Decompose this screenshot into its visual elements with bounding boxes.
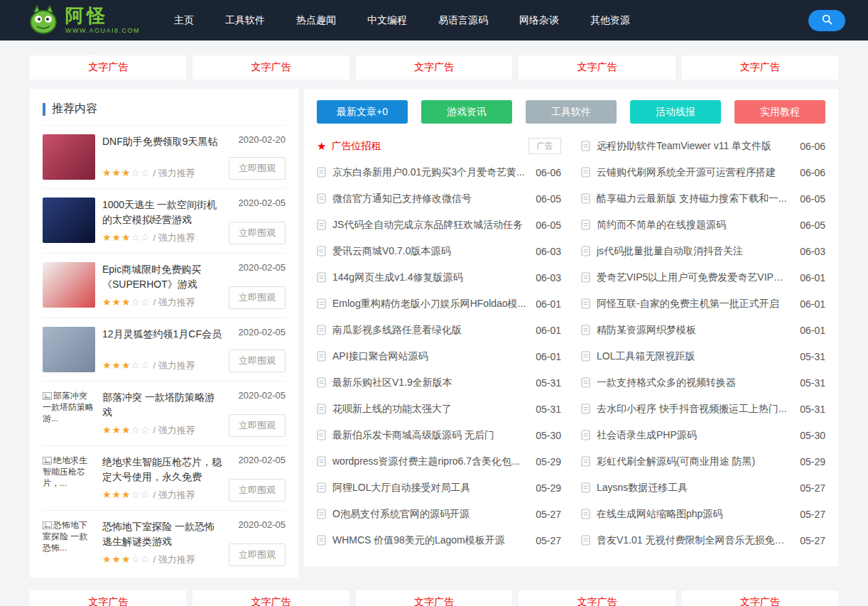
nav-item-home[interactable]: 主页 xyxy=(158,0,210,40)
recommended-item-title[interactable]: 部落冲突 一款塔防策略游戏 xyxy=(102,390,223,420)
watch-now-button[interactable]: 立即围观 xyxy=(229,543,286,566)
text-ad[interactable]: 文字广告 xyxy=(192,55,349,80)
article-row[interactable]: 一款支持格式众多的视频转换器05-31 xyxy=(581,369,825,396)
article-row[interactable]: JS代码全自动完成京东品牌狂欢城活动任务06-05 xyxy=(317,212,561,238)
article-row[interactable]: 最新伯乐发卡商城高级版源码 无后门05-30 xyxy=(317,422,561,448)
article-date: 05-31 xyxy=(800,377,825,389)
nav-item-network-talk[interactable]: 网络杂谈 xyxy=(504,0,575,40)
text-ad[interactable]: 文字广告 xyxy=(30,590,186,606)
nav-item-tool-software[interactable]: 工具软件 xyxy=(210,0,281,40)
article-row[interactable]: 花呗新上线的功能太强大了05-31 xyxy=(317,396,561,422)
text-ad[interactable]: 文字广告 xyxy=(192,590,349,606)
article-row[interactable]: 爱奇艺VIP5以上用户可免费发爱奇艺VIP红包06-01 xyxy=(581,264,825,291)
broken-image-thumbnail: 绝地求生智能压枪芯片，... xyxy=(43,455,95,500)
document-icon xyxy=(581,456,590,467)
article-row[interactable]: wordpress资源付费主题ripro6.7含美化包...05-29 xyxy=(317,448,561,475)
article-title: API接口聚合网站源码 xyxy=(332,350,527,363)
text-ad[interactable]: 文字广告 xyxy=(30,55,186,80)
recommended-item[interactable]: DNF助手免费领取9天黑钻★★★☆☆ / 强力推荐2020-02-20立即围观 xyxy=(43,125,286,188)
recommended-item-title[interactable]: 1000天逃生 一款空间街机的太空模拟经营游戏 xyxy=(102,198,223,227)
category-button-activity-news[interactable]: 活动线报 xyxy=(630,100,721,124)
document-icon xyxy=(317,246,326,256)
document-icon xyxy=(317,220,326,230)
recommended-item[interactable]: Epic商城限时免费购买《SUPERHOT》游戏★★★☆☆ / 强力推荐2020… xyxy=(43,253,286,318)
recommended-item[interactable]: 12月灵狐签约领1月CF会员★★★☆☆ / 强力推荐2020-02-05立即围观 xyxy=(43,318,286,381)
search-button[interactable] xyxy=(808,10,845,31)
recommended-item[interactable]: 恐怖地下室探险 一款恐怖...恐怖地下室探险 一款恐怖逃生解谜类游戏★★★☆☆ … xyxy=(43,510,286,575)
watch-now-button[interactable]: 立即围观 xyxy=(229,350,286,372)
article-title: 144g网页生成v1.4修复版源码 xyxy=(332,271,527,284)
article-row[interactable]: 音友V1.01 无视付费限制全网音乐无损免费...05-27 xyxy=(581,527,825,553)
article-row[interactable]: 在线生成网站缩略图php源码05-27 xyxy=(581,501,825,527)
recommended-item[interactable]: 部落冲突 一款塔防策略游...部落冲突 一款塔防策略游戏★★★☆☆ / 强力推荐… xyxy=(43,381,286,445)
text-ad[interactable]: 文字广告 xyxy=(519,590,675,606)
rating-stars: ★★★☆☆ / 强力推荐 xyxy=(102,553,223,566)
recommended-item-body: DNF助手免费领取9天黑钻★★★☆☆ / 强力推荐2020-02-20立即围观 xyxy=(102,134,286,180)
watch-now-button[interactable]: 立即围观 xyxy=(229,479,286,502)
article-row[interactable]: 阿狸LOL大厅自动接受对局工具05-29 xyxy=(317,475,561,501)
recommended-item-title[interactable]: 12月灵狐签约领1月CF会员 xyxy=(102,327,223,342)
article-row[interactable]: WHMCS 价值98美元的Lagom模板开源05-27 xyxy=(317,527,561,553)
article-row[interactable]: 144g网页生成v1.4修复版源码06-03 xyxy=(317,264,561,291)
article-row[interactable]: Laysns数据迁移工具05-27 xyxy=(581,475,825,501)
nav-item-hot-news[interactable]: 热点趣闻 xyxy=(281,0,352,40)
recommended-item-title[interactable]: 绝地求生智能压枪芯片，稳定大号使用，永久免费 xyxy=(102,455,223,485)
nav-item-other-resources[interactable]: 其他资源 xyxy=(575,0,646,40)
article-row[interactable]: 远程协助软件TeamViewer v11 单文件版06-06 xyxy=(581,133,825,159)
article-row[interactable]: API接口聚合网站源码06-01 xyxy=(317,343,561,369)
article-row[interactable]: Emlog重构精仿老版小刀娱乐网HFoldao模...06-01 xyxy=(317,291,561,317)
recommended-item-body: Epic商城限时免费购买《SUPERHOT》游戏★★★☆☆ / 强力推荐2020… xyxy=(102,262,286,309)
article-row[interactable]: 精防某资源网织梦模板06-01 xyxy=(581,317,825,343)
article-date: 06-01 xyxy=(800,298,825,310)
text-ad[interactable]: 文字广告 xyxy=(356,590,512,606)
site-logo[interactable]: 阿怪 WWW.AGUAI8.COM xyxy=(27,4,140,38)
article-date: 06-03 xyxy=(536,246,561,257)
text-ad[interactable]: 文字广告 xyxy=(519,55,675,80)
category-button-latest-articles[interactable]: 最新文章+0 xyxy=(317,100,408,124)
article-row[interactable]: O泡易支付系统官网的源码开源05-27 xyxy=(317,501,561,527)
ad-slot-row[interactable]: ★广告位招租广告 xyxy=(317,133,561,159)
watch-now-button[interactable]: 立即围观 xyxy=(229,222,286,244)
article-row[interactable]: 爱讯云商城V0.7.0版本源码06-03 xyxy=(317,238,561,264)
text-ad[interactable]: 文字广告 xyxy=(682,55,838,80)
category-button-tool-software[interactable]: 工具软件 xyxy=(526,100,617,124)
nav-item-chinese-programming[interactable]: 中文编程 xyxy=(352,0,423,40)
category-button-game-news[interactable]: 游戏资讯 xyxy=(421,100,512,124)
articles-panel: 最新文章+0游戏资讯工具软件活动线报实用教程 ★广告位招租广告京东白条新用户0.… xyxy=(304,89,838,566)
article-row[interactable]: 云铺购代刷网系统全开源可运营程序搭建06-06 xyxy=(581,159,825,185)
article-date: 05-27 xyxy=(536,509,561,520)
watch-now-button[interactable]: 立即围观 xyxy=(229,157,286,180)
article-row[interactable]: 南瓜影视多线路任意看绿化版06-01 xyxy=(317,317,561,343)
category-button-practical-tutorials[interactable]: 实用教程 xyxy=(734,100,825,124)
article-row[interactable]: 京东白条新用户0.01元购买3个月爱奇艺黄...06-06 xyxy=(317,159,561,185)
watch-now-button[interactable]: 立即围观 xyxy=(229,286,286,309)
article-date: 06-03 xyxy=(800,246,825,257)
article-thumbnail xyxy=(43,327,95,372)
recommend-label: 强力推荐 xyxy=(158,360,195,371)
article-title: 微信官方通知已支持修改微信号 xyxy=(332,193,527,205)
rating-separator: / xyxy=(153,360,156,371)
recommended-item[interactable]: 绝地求生智能压枪芯片，...绝地求生智能压枪芯片，稳定大号使用，永久免费★★★☆… xyxy=(43,445,286,510)
article-row[interactable]: 最新乐购社区V1.9全新版本05-31 xyxy=(317,369,561,396)
article-row[interactable]: 社会语录生成PHP源码05-30 xyxy=(581,422,825,448)
article-row[interactable]: 去水印小程序 快手抖音视频搬运工上热门...05-31 xyxy=(581,396,825,422)
article-row[interactable]: 酷享磁力云最新版 支持磁力搜索下载和一...06-05 xyxy=(581,185,825,212)
recommend-label: 强力推荐 xyxy=(158,297,195,308)
article-row[interactable]: 彩虹代刷全解源码(可商业用途 防黑)05-29 xyxy=(581,448,825,475)
article-row[interactable]: 微信官方通知已支持修改微信号06-05 xyxy=(317,185,561,212)
recommended-item[interactable]: 1000天逃生 一款空间街机的太空模拟经营游戏★★★☆☆ / 强力推荐2020-… xyxy=(43,188,286,253)
article-row[interactable]: LOL工具箱无限视距版05-31 xyxy=(581,343,825,369)
recommended-item-title[interactable]: 恐怖地下室探险 一款恐怖逃生解谜类游戏 xyxy=(102,519,223,549)
rating-stars: ★★★☆☆ / 强力推荐 xyxy=(102,489,223,502)
site-name: 阿怪 xyxy=(65,6,140,25)
recommended-item-title[interactable]: DNF助手免费领取9天黑钻 xyxy=(102,134,223,149)
watch-now-button[interactable]: 立即围观 xyxy=(229,414,286,437)
article-row[interactable]: js代码批量批量自动取消抖音关注06-03 xyxy=(581,238,825,264)
main-nav: 主页工具软件热点趣闻中文编程易语言源码网络杂谈其他资源 xyxy=(140,0,646,40)
article-row[interactable]: 简约而不简单的在线搜题源码06-05 xyxy=(581,212,825,238)
nav-item-easy-language-source[interactable]: 易语言源码 xyxy=(423,0,504,40)
recommended-item-title[interactable]: Epic商城限时免费购买《SUPERHOT》游戏 xyxy=(102,262,223,292)
text-ad[interactable]: 文字广告 xyxy=(356,55,512,80)
article-row[interactable]: 阿怪互联-自家的免费主机第一批正式开启06-01 xyxy=(581,291,825,317)
text-ad[interactable]: 文字广告 xyxy=(682,590,838,606)
